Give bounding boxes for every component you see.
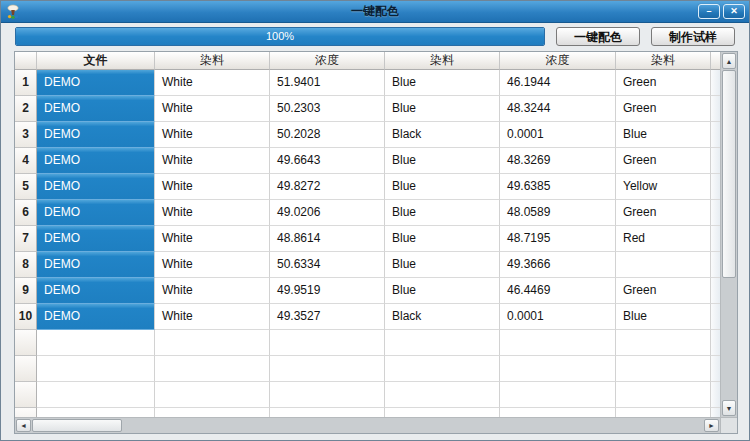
cell-empty[interactable] [385, 382, 500, 408]
table-row[interactable]: 6DEMOWhite49.0206Blue48.0589Green [15, 200, 720, 226]
table-row[interactable]: 9DEMOWhite49.9519Blue46.4469Green [15, 278, 720, 304]
cell-value[interactable]: 49.0206 [270, 200, 385, 226]
cell-empty[interactable] [270, 356, 385, 382]
table-row[interactable]: 2DEMOWhite50.2303Blue48.3244Green [15, 96, 720, 122]
cell-value[interactable]: Blue [385, 148, 500, 174]
cell-empty[interactable] [616, 382, 711, 408]
cell-value[interactable]: 48.0589 [500, 200, 616, 226]
row-number[interactable] [15, 356, 37, 382]
column-header[interactable]: 浓度 [500, 52, 616, 70]
scroll-up-button[interactable]: ▲ [722, 53, 736, 69]
cell-value[interactable]: 51.9401 [270, 70, 385, 96]
cell-value[interactable] [616, 252, 711, 278]
horizontal-scrollbar[interactable]: ◄ ► [15, 417, 737, 433]
cell-file[interactable]: DEMO [37, 304, 155, 330]
vertical-scroll-thumb[interactable] [722, 70, 736, 278]
row-number[interactable] [15, 382, 37, 408]
row-number[interactable]: 2 [15, 96, 37, 122]
cell-empty[interactable] [37, 330, 155, 356]
make-sample-button[interactable]: 制作试样 [651, 27, 735, 46]
cell-value[interactable]: Blue [385, 252, 500, 278]
cell-empty[interactable] [155, 408, 270, 417]
cell-value[interactable]: 50.2028 [270, 122, 385, 148]
row-number[interactable]: 10 [15, 304, 37, 330]
column-header[interactable]: 浓度 [270, 52, 385, 70]
cell-file[interactable]: DEMO [37, 252, 155, 278]
row-number[interactable]: 8 [15, 252, 37, 278]
cell-empty[interactable] [500, 330, 616, 356]
row-number[interactable] [15, 330, 37, 356]
vertical-scrollbar[interactable]: ▲ ▼ [720, 52, 737, 417]
cell-value[interactable]: White [155, 174, 270, 200]
cell-value[interactable]: Blue [385, 200, 500, 226]
table-row[interactable]: 4DEMOWhite49.6643Blue48.3269Green [15, 148, 720, 174]
row-number[interactable]: 4 [15, 148, 37, 174]
cell-empty[interactable] [385, 356, 500, 382]
cell-empty[interactable] [385, 330, 500, 356]
cell-empty[interactable] [616, 356, 711, 382]
cell-empty[interactable] [155, 382, 270, 408]
table-row[interactable]: 10DEMOWhite49.3527Black0.0001Blue [15, 304, 720, 330]
cell-empty[interactable] [270, 408, 385, 417]
cell-file[interactable]: DEMO [37, 200, 155, 226]
one-click-match-button[interactable]: 一键配色 [556, 27, 640, 46]
scroll-right-button[interactable]: ► [704, 419, 719, 432]
cell-value[interactable]: Green [616, 278, 711, 304]
scroll-left-button[interactable]: ◄ [16, 419, 31, 432]
cell-value[interactable]: White [155, 148, 270, 174]
scroll-down-button[interactable]: ▼ [722, 400, 736, 416]
cell-file[interactable]: DEMO [37, 174, 155, 200]
cell-value[interactable]: Green [616, 200, 711, 226]
cell-value[interactable]: Blue [385, 70, 500, 96]
cell-file[interactable]: DEMO [37, 70, 155, 96]
cell-value[interactable]: White [155, 96, 270, 122]
cell-value[interactable]: Blue [385, 174, 500, 200]
table-row[interactable]: 8DEMOWhite50.6334Blue49.3666 [15, 252, 720, 278]
column-header[interactable]: 染料 [385, 52, 500, 70]
cell-file[interactable]: DEMO [37, 148, 155, 174]
cell-empty[interactable] [385, 408, 500, 417]
header-corner-cell[interactable] [15, 52, 37, 70]
horizontal-scroll-track[interactable] [122, 418, 703, 433]
table-row[interactable]: 1DEMOWhite51.9401Blue46.1944Green [15, 70, 720, 96]
row-number[interactable]: 7 [15, 226, 37, 252]
cell-empty[interactable] [37, 382, 155, 408]
row-number[interactable]: 6 [15, 200, 37, 226]
cell-value[interactable]: White [155, 226, 270, 252]
cell-value[interactable]: Blue [616, 122, 711, 148]
vertical-scroll-track[interactable] [721, 278, 737, 399]
horizontal-scroll-thumb[interactable] [32, 419, 122, 432]
cell-empty[interactable] [616, 408, 711, 417]
cell-value[interactable]: 50.2303 [270, 96, 385, 122]
cell-file[interactable]: DEMO [37, 122, 155, 148]
cell-value[interactable]: White [155, 304, 270, 330]
cell-value[interactable]: 0.0001 [500, 122, 616, 148]
cell-value[interactable]: Blue [616, 304, 711, 330]
row-number[interactable]: 9 [15, 278, 37, 304]
cell-value[interactable]: Red [616, 226, 711, 252]
row-number[interactable] [15, 408, 37, 417]
empty-table-row[interactable] [15, 330, 720, 356]
cell-value[interactable]: 49.8272 [270, 174, 385, 200]
cell-value[interactable]: 49.6385 [500, 174, 616, 200]
minimize-button[interactable]: – [698, 4, 720, 19]
close-button[interactable]: ✕ [723, 4, 745, 19]
cell-empty[interactable] [500, 356, 616, 382]
cell-value[interactable]: Blue [385, 96, 500, 122]
cell-empty[interactable] [616, 330, 711, 356]
cell-value[interactable]: Green [616, 148, 711, 174]
cell-value[interactable]: 46.1944 [500, 70, 616, 96]
cell-empty[interactable] [37, 356, 155, 382]
cell-empty[interactable] [37, 408, 155, 417]
cell-empty[interactable] [500, 408, 616, 417]
cell-file[interactable]: DEMO [37, 96, 155, 122]
cell-value[interactable]: 48.7195 [500, 226, 616, 252]
empty-table-row[interactable] [15, 356, 720, 382]
row-number[interactable]: 1 [15, 70, 37, 96]
cell-value[interactable]: White [155, 70, 270, 96]
table-row[interactable]: 7DEMOWhite48.8614Blue48.7195Red [15, 226, 720, 252]
cell-value[interactable]: 49.6643 [270, 148, 385, 174]
cell-file[interactable]: DEMO [37, 226, 155, 252]
cell-value[interactable]: Yellow [616, 174, 711, 200]
cell-empty[interactable] [155, 330, 270, 356]
